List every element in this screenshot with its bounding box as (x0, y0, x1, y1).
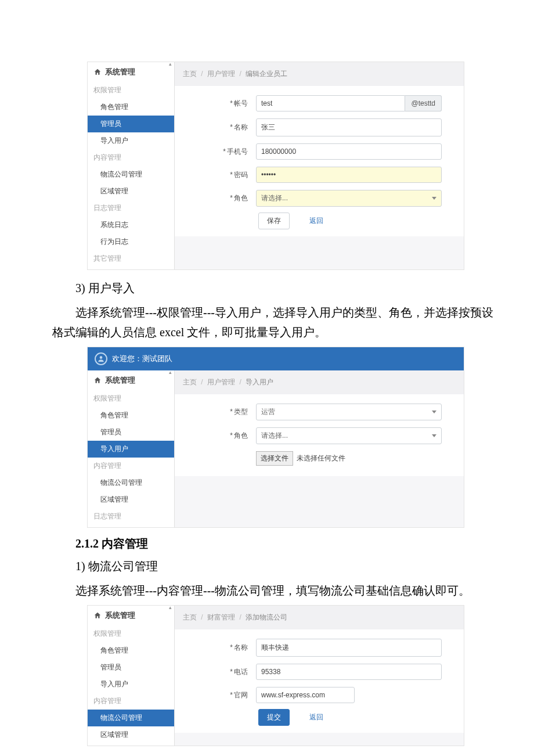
sidebar-title-text: 系统管理 (105, 67, 135, 77)
sidebar-item-role[interactable]: 角色管理 (88, 99, 174, 116)
breadcrumb-sep: / (201, 613, 203, 621)
sidebar: 系统管理 权限管理 角色管理 管理员 导入用户 内容管理 物流公司管理 区域管理… (88, 370, 175, 527)
breadcrumb-sep: / (239, 378, 241, 386)
sidebar-title: 系统管理 (88, 62, 174, 82)
label-phone: *电话 (181, 667, 256, 677)
sidebar-title: 系统管理 (88, 606, 174, 625)
home-icon (93, 68, 102, 76)
screenshot-add-logistics: 系统管理 权限管理 角色管理 管理员 导入用户 内容管理 物流公司管理 区域管理… (87, 605, 464, 746)
back-button[interactable]: 返回 (301, 710, 331, 725)
sidebar-item-logistics[interactable]: 物流公司管理 (88, 166, 174, 183)
screenshot-edit-employee: 系统管理 权限管理 角色管理 管理员 导入用户 内容管理 物流公司管理 区域管理… (87, 62, 464, 270)
input-account[interactable]: test (256, 95, 405, 111)
sidebar-group-log: 日志管理 (88, 508, 174, 525)
select-role[interactable]: 请选择... (256, 427, 442, 444)
sidebar-group-content: 内容管理 (88, 149, 174, 166)
sidebar-item-import[interactable]: 导入用户 (88, 132, 174, 149)
input-phone[interactable]: 180000000 (256, 143, 442, 160)
form-edit-employee: *帐号 test @testtd *名称 张三 *手机号 180000000 *… (175, 86, 464, 236)
screenshot-import-user: www.bdocx.com 欢迎您：测试团队 系统管理 权限管理 角色管理 管理… (87, 347, 464, 528)
sidebar-item-admin[interactable]: 管理员 (88, 424, 174, 441)
sidebar-group-content: 内容管理 (88, 693, 174, 710)
chevron-down-icon (432, 434, 436, 437)
scroll-up-icon[interactable] (168, 370, 174, 376)
breadcrumb-sep: / (239, 613, 241, 621)
paragraph-body-user-import: 选择系统管理---权限管理---导入用户，选择导入用户的类型、角色，并选择按预设… (52, 303, 499, 342)
input-name[interactable]: 张三 (256, 118, 442, 136)
breadcrumb-item-current: 导入用户 (246, 378, 273, 386)
back-button[interactable]: 返回 (301, 213, 331, 229)
account-suffix: @testtd (405, 95, 442, 111)
sidebar-group-permission: 权限管理 (88, 390, 174, 407)
scroll-up-icon[interactable] (168, 606, 174, 611)
breadcrumb: 主页 / 用户管理 / 导入用户 (175, 370, 464, 394)
select-role-value: 请选择... (261, 431, 288, 441)
breadcrumb: 主页 / 用户管理 / 编辑企业员工 (175, 62, 464, 86)
label-role: *角色 (181, 193, 256, 203)
sidebar-item-import[interactable]: 导入用户 (88, 441, 174, 458)
breadcrumb-item-current: 编辑企业员工 (246, 70, 287, 78)
heading-212: 2.1.2 内容管理 (52, 536, 499, 552)
welcome-text: 欢迎您：测试团队 (112, 354, 172, 364)
breadcrumb-item[interactable]: 用户管理 (207, 70, 235, 78)
svg-point-0 (100, 356, 103, 359)
submit-button[interactable]: 提交 (258, 709, 290, 726)
top-banner: 欢迎您：测试团队 (88, 347, 464, 370)
sidebar-group-other: 其它管理 (88, 250, 174, 267)
breadcrumb-sep: / (201, 70, 203, 78)
sidebar: 系统管理 权限管理 角色管理 管理员 导入用户 内容管理 物流公司管理 区域管理… (88, 62, 175, 269)
label-type: *类型 (181, 407, 256, 417)
sidebar-item-syslog[interactable]: 系统日志 (88, 217, 174, 233)
breadcrumb-item[interactable]: 主页 (183, 70, 197, 78)
paragraph-num-logistics: 1) 物流公司管理 (52, 556, 499, 576)
breadcrumb-item[interactable]: 主页 (183, 378, 197, 386)
main-panel: 主页 / 用户管理 / 编辑企业员工 *帐号 test @testtd *名称 … (175, 62, 464, 269)
sidebar-item-actlog[interactable]: 行为日志 (88, 233, 174, 250)
sidebar-item-admin[interactable]: 管理员 (88, 116, 174, 132)
sidebar: 系统管理 权限管理 角色管理 管理员 导入用户 内容管理 物流公司管理 区域管理 (88, 606, 175, 746)
breadcrumb-item[interactable]: 主页 (183, 613, 197, 621)
select-role-value: 请选择... (261, 193, 288, 203)
label-account: *帐号 (181, 99, 256, 109)
file-chooser[interactable]: 选择文件 未选择任何文件 (256, 451, 345, 466)
select-type[interactable]: 运营 (256, 404, 442, 420)
label-site: *官网 (181, 690, 256, 700)
sidebar-item-role[interactable]: 角色管理 (88, 407, 174, 424)
chevron-down-icon (432, 411, 436, 413)
sidebar-group-log: 日志管理 (88, 200, 174, 217)
sidebar-item-import[interactable]: 导入用户 (88, 676, 174, 693)
sidebar-item-role[interactable]: 角色管理 (88, 642, 174, 659)
scroll-up-icon[interactable] (168, 62, 174, 68)
breadcrumb: 主页 / 财富管理 / 添加物流公司 (175, 606, 464, 629)
home-icon (93, 376, 102, 384)
label-password: *密码 (181, 170, 256, 180)
select-role[interactable]: 请选择... (256, 190, 442, 207)
form-import-user: *类型 运营 *角色 请选择... (175, 394, 464, 476)
choose-file-button[interactable]: 选择文件 (256, 451, 293, 466)
input-phone[interactable]: 95338 (256, 664, 442, 680)
label-name: *名称 (181, 643, 256, 653)
sidebar-item-region[interactable]: 区域管理 (88, 726, 174, 743)
breadcrumb-sep: / (239, 70, 241, 78)
sidebar-item-logistics[interactable]: 物流公司管理 (88, 474, 174, 491)
input-name[interactable]: 顺丰快递 (256, 639, 442, 657)
chevron-down-icon (432, 197, 436, 200)
main-panel: 主页 / 财富管理 / 添加物流公司 *名称 顺丰快递 *电话 95338 *官… (175, 606, 464, 746)
input-password[interactable]: •••••• (256, 167, 442, 183)
sidebar-group-permission: 权限管理 (88, 82, 174, 99)
breadcrumb-item[interactable]: 用户管理 (207, 378, 235, 386)
save-button[interactable]: 保存 (258, 213, 290, 229)
select-type-value: 运营 (261, 407, 275, 417)
label-phone: *手机号 (181, 147, 256, 157)
sidebar-item-region[interactable]: 区域管理 (88, 183, 174, 200)
breadcrumb-item[interactable]: 财富管理 (207, 613, 235, 621)
input-site[interactable]: www.sf-express.com (256, 687, 355, 703)
sidebar-item-region[interactable]: 区域管理 (88, 491, 174, 508)
sidebar-group-content: 内容管理 (88, 458, 174, 474)
sidebar-item-admin[interactable]: 管理员 (88, 659, 174, 676)
label-name: *名称 (181, 123, 256, 132)
sidebar-item-logistics[interactable]: 物流公司管理 (88, 710, 174, 726)
avatar-icon (95, 352, 107, 365)
sidebar-title: 系统管理 (88, 370, 174, 390)
breadcrumb-item-current: 添加物流公司 (246, 613, 287, 621)
